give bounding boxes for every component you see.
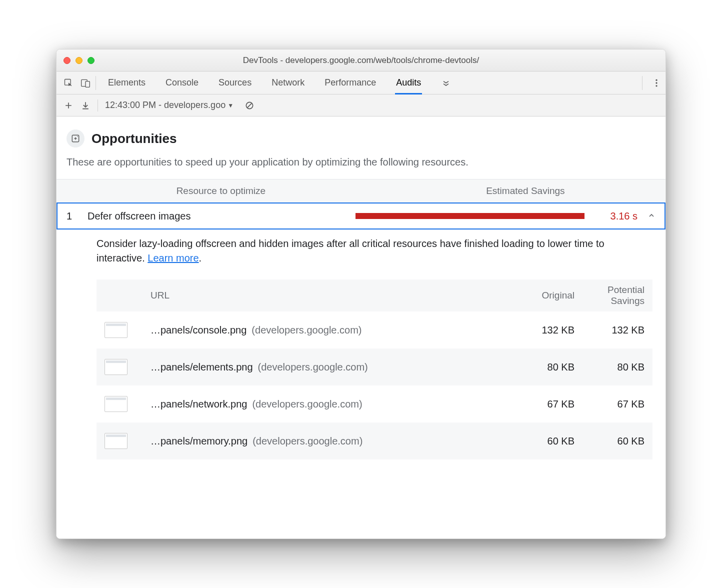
traffic-lights — [64, 57, 94, 64]
download-report-icon[interactable] — [80, 100, 90, 110]
panel-tabs: Elements Console Sources Network Perform… — [101, 72, 637, 94]
svg-rect-2 — [86, 81, 90, 87]
chevron-up-icon[interactable] — [646, 210, 658, 222]
th-savings: Estimated Savings — [386, 186, 666, 196]
th-url: URL — [104, 290, 504, 301]
resource-savings: 60 KB — [574, 436, 644, 447]
resource-savings: 80 KB — [574, 362, 644, 373]
new-audit-icon[interactable] — [64, 100, 74, 110]
audits-toolbar: 12:43:00 PM - developers.goo ▼ — [56, 94, 666, 116]
opportunity-table-header: Resource to optimize Estimated Savings — [56, 179, 666, 203]
resource-thumbnail — [104, 433, 128, 449]
tab-label: Elements — [108, 78, 146, 88]
opportunity-detail-suffix: . — [199, 252, 202, 264]
tab-elements[interactable]: Elements — [107, 72, 146, 94]
tab-audits[interactable]: Audits — [395, 72, 422, 94]
svg-point-5 — [656, 85, 657, 86]
resource-row[interactable]: …panels/console.png (developers.google.c… — [96, 312, 652, 348]
clear-icon[interactable] — [244, 100, 254, 110]
opportunity-savings-time: 3.16 s — [592, 210, 638, 222]
tab-network[interactable]: Network — [270, 72, 306, 94]
opportunity-detail: Consider lazy-loading offscreen and hidd… — [56, 230, 666, 268]
devtools-window: DevTools - developers.google.com/web/too… — [56, 49, 666, 539]
resource-thumbnail — [104, 359, 128, 375]
tab-label: Audits — [396, 78, 421, 88]
window-title: DevTools - developers.google.com/web/too… — [56, 56, 666, 66]
resource-domain: (developers.google.com) — [252, 436, 362, 447]
opportunity-index: 1 — [66, 210, 80, 222]
resource-url: …panels/network.png — [150, 398, 247, 410]
th-resource: Resource to optimize — [56, 186, 386, 196]
inspect-element-icon[interactable] — [64, 78, 74, 88]
resource-row[interactable]: …panels/network.png (developers.google.c… — [96, 386, 652, 422]
resource-table-header: URL Original Potential Savings — [96, 280, 652, 312]
tab-label: Console — [166, 78, 198, 88]
resource-original: 132 KB — [504, 324, 574, 336]
th-original: Original — [504, 290, 574, 301]
svg-point-4 — [656, 82, 657, 84]
minimize-window-button[interactable] — [76, 57, 82, 64]
th-potential-savings: Potential Savings — [574, 284, 644, 306]
devtools-tabstrip: Elements Console Sources Network Perform… — [56, 72, 666, 94]
resource-url: …panels/console.png — [150, 324, 246, 336]
resource-url: …panels/elements.png — [150, 362, 253, 373]
tab-label: Sources — [218, 78, 252, 88]
tab-performance[interactable]: Performance — [324, 72, 377, 94]
toggle-device-toolbar-icon[interactable] — [80, 78, 90, 88]
audits-content: Opportunities These are opportunities to… — [56, 116, 666, 538]
svg-point-8 — [77, 136, 78, 137]
close-window-button[interactable] — [64, 57, 70, 64]
resource-thumbnail — [104, 322, 128, 338]
resource-domain: (developers.google.com) — [252, 398, 362, 410]
resource-domain: (developers.google.com) — [252, 324, 362, 336]
tab-console[interactable]: Console — [164, 72, 200, 94]
svg-point-3 — [656, 79, 657, 80]
opportunity-title: Defer offscreen images — [88, 210, 348, 222]
opportunities-description: These are opportunities to speed up your… — [56, 152, 666, 179]
more-tabs-icon[interactable] — [441, 78, 451, 88]
resource-table: URL Original Potential Savings …panels/c… — [96, 280, 652, 460]
resource-row[interactable]: …panels/memory.png (developers.google.co… — [96, 422, 652, 460]
caret-down-icon: ▼ — [228, 102, 234, 109]
opportunity-savings-bar — [356, 213, 584, 219]
resource-savings: 132 KB — [574, 324, 644, 336]
titlebar: DevTools - developers.google.com/web/too… — [56, 50, 666, 72]
tab-sources[interactable]: Sources — [218, 72, 252, 94]
resource-savings: 67 KB — [574, 398, 644, 410]
opportunities-section-icon — [66, 130, 84, 148]
resource-domain: (developers.google.com) — [258, 362, 368, 373]
zoom-window-button[interactable] — [88, 57, 94, 64]
tab-label: Network — [272, 78, 304, 88]
audit-report-selector[interactable]: 12:43:00 PM - developers.goo ▼ — [105, 100, 234, 110]
resource-thumbnail — [104, 396, 128, 412]
tab-label: Performance — [324, 78, 376, 88]
devtools-menu-icon[interactable] — [652, 78, 662, 88]
opportunities-title: Opportunities — [92, 131, 176, 146]
opportunity-row[interactable]: 1 Defer offscreen images 3.16 s — [56, 202, 666, 230]
resource-original: 60 KB — [504, 436, 574, 447]
learn-more-link[interactable]: Learn more — [148, 252, 198, 264]
resource-original: 67 KB — [504, 398, 574, 410]
resource-row[interactable]: …panels/elements.png (developers.google.… — [96, 348, 652, 386]
resource-url: …panels/memory.png — [150, 436, 248, 447]
resource-original: 80 KB — [504, 362, 574, 373]
audit-report-label: 12:43:00 PM - developers.goo — [105, 100, 226, 110]
